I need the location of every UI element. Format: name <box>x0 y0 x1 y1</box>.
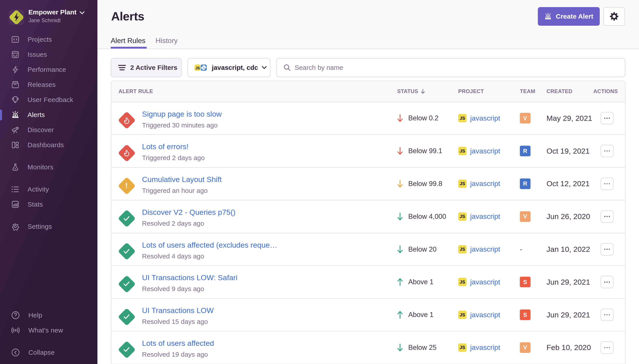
svg-text:JS: JS <box>195 66 200 70</box>
